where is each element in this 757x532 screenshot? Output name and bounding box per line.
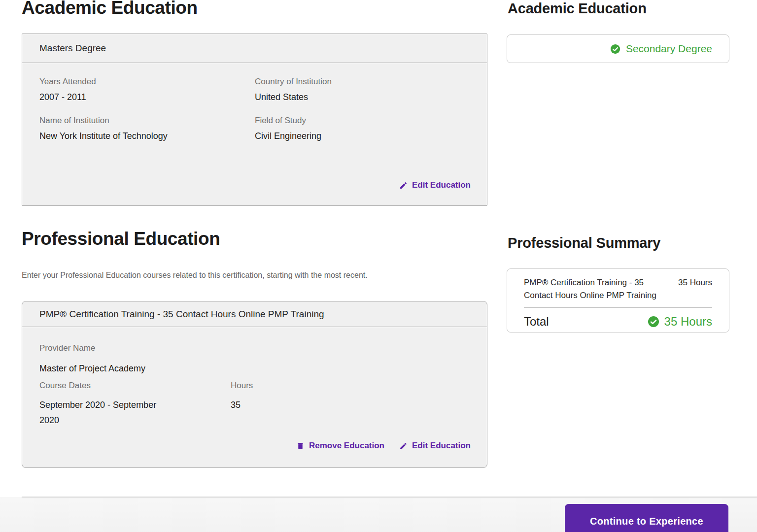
field-value: United States — [255, 91, 470, 103]
course-title: PMP® Certification Training - 35 Contact… — [39, 309, 324, 320]
edit-education-label: Edit Education — [412, 440, 471, 451]
check-circle-icon — [648, 316, 659, 328]
remove-education-label: Remove Education — [309, 440, 384, 451]
field-name-of-institution: Name of Institution New York Institute o… — [39, 115, 255, 142]
academic-card-body: Years Attended 2007 - 2011 Country of In… — [22, 63, 487, 206]
field-value: Civil Engineering — [255, 130, 470, 142]
professional-summary-heading: Professional Summary — [508, 233, 660, 252]
edit-education-label: Edit Education — [412, 180, 471, 191]
academic-card-header: Masters Degree — [22, 34, 487, 63]
provider-name-label: Provider Name — [39, 343, 470, 354]
professional-education-subtitle: Enter your Professional Education course… — [22, 270, 368, 281]
secondary-degree-status-card: Secondary Degree — [507, 34, 729, 63]
summary-total-row: Total 35 Hours — [524, 308, 712, 330]
professional-education-heading: Professional Education — [22, 228, 220, 250]
field-field-of-study: Field of Study Civil Engineering — [255, 115, 470, 142]
degree-title: Masters Degree — [39, 43, 106, 54]
course-dates-cell: Course Dates September 2020 - September … — [39, 380, 231, 428]
footer-divider — [22, 497, 757, 498]
course-dates-label: Course Dates — [39, 380, 231, 391]
remove-education-link[interactable]: Remove Education — [296, 440, 384, 451]
trash-icon — [296, 442, 305, 450]
field-value: 2007 - 2011 — [39, 91, 255, 103]
field-label: Field of Study — [255, 115, 470, 126]
academic-summary-heading: Academic Education — [508, 0, 647, 18]
continue-button-label: Continue to Experience — [590, 516, 703, 527]
total-hours-value: 35 Hours — [664, 314, 712, 330]
course-dates-value: September 2020 - September 2020 — [39, 398, 169, 428]
academic-education-card: Masters Degree Years Attended 2007 - 201… — [22, 33, 487, 206]
provider-name-value: Master of Project Academy — [39, 362, 470, 375]
pencil-icon — [399, 181, 408, 190]
total-hours: 35 Hours — [648, 314, 712, 330]
hours-label: Hours — [231, 380, 470, 391]
check-circle-icon — [610, 44, 620, 54]
edit-education-link[interactable]: Edit Education — [399, 440, 471, 451]
summary-item: PMP® Certification Training - 35 Contact… — [524, 276, 712, 302]
professional-summary-card: PMP® Certification Training - 35 Contact… — [507, 268, 729, 332]
professional-card-body: Provider Name Master of Project Academy … — [22, 327, 487, 468]
pencil-icon — [399, 442, 408, 450]
field-value: New York Institute of Technology — [39, 130, 255, 142]
field-years-attended: Years Attended 2007 - 2011 — [39, 76, 255, 103]
professional-education-card: PMP® Certification Training - 35 Contact… — [22, 301, 487, 468]
field-country-of-institution: Country of Institution United States — [255, 76, 470, 103]
course-details-grid: Course Dates September 2020 - September … — [39, 380, 470, 428]
summary-item-hours: 35 Hours — [678, 276, 712, 289]
academic-education-heading: Academic Education — [22, 0, 198, 19]
field-label: Country of Institution — [255, 76, 470, 87]
field-label: Years Attended — [39, 76, 255, 87]
professional-card-header: PMP® Certification Training - 35 Contact… — [22, 301, 487, 327]
edit-education-link[interactable]: Edit Education — [399, 180, 471, 191]
hours-cell: Hours 35 — [231, 380, 470, 428]
summary-item-name: PMP® Certification Training - 35 Contact… — [524, 276, 658, 302]
continue-to-experience-button[interactable]: Continue to Experience — [565, 504, 728, 532]
total-label: Total — [524, 314, 549, 330]
field-label: Name of Institution — [39, 115, 255, 126]
hours-value: 35 — [231, 398, 470, 413]
academic-fields: Years Attended 2007 - 2011 Country of In… — [39, 76, 470, 142]
secondary-degree-status: Secondary Degree — [626, 42, 712, 55]
application-page: Academic Education Masters Degree Years … — [0, 0, 757, 532]
